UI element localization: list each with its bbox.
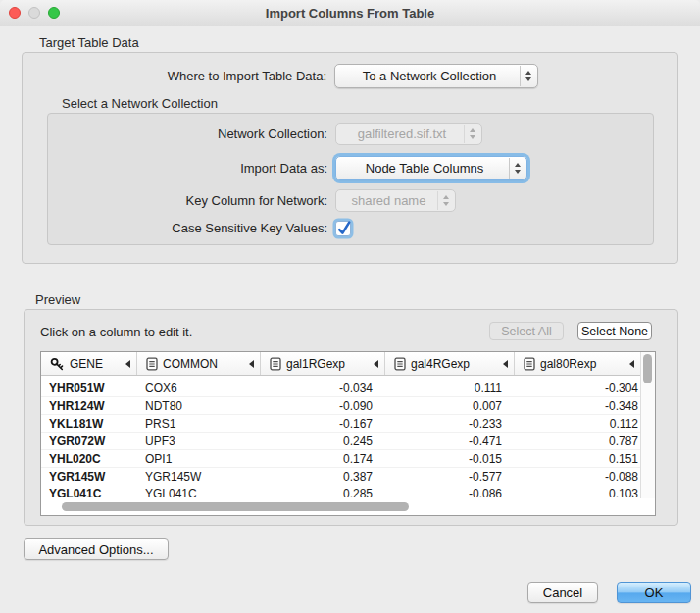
table-cell[interactable]: YGR145W xyxy=(41,470,137,484)
table-cell[interactable]: -0.577 xyxy=(385,470,515,484)
table-cell[interactable]: YHR124W xyxy=(41,399,137,413)
select-all-button: Select All xyxy=(489,322,564,340)
table-cell[interactable]: -0.304 xyxy=(515,382,640,395)
key-icon xyxy=(50,357,65,371)
import-data-as-value: Node Table Columns xyxy=(344,161,505,176)
table-cell[interactable]: -0.034 xyxy=(261,382,385,395)
table-row: YGR145WYGR145W0.387-0.577-0.088 xyxy=(41,468,640,485)
traffic-lights xyxy=(9,7,60,19)
table-cell[interactable]: 0.245 xyxy=(261,434,385,448)
column-collapse-icon xyxy=(629,360,634,368)
column-header-gal1RGexp[interactable]: gal1RGexp xyxy=(261,352,385,375)
table-cell[interactable]: NDT80 xyxy=(137,399,261,413)
document-icon xyxy=(146,357,158,371)
table-cell[interactable]: -0.086 xyxy=(385,487,515,498)
popup-stepper-icon xyxy=(509,158,525,179)
preview-label: Preview xyxy=(35,292,80,307)
table-cell[interactable]: 0.103 xyxy=(515,487,640,498)
minimize-button-disabled xyxy=(28,7,40,19)
table-cell[interactable]: 0.285 xyxy=(261,487,385,498)
where-to-import-label: Where to Import Table Data: xyxy=(23,64,326,88)
table-cell[interactable]: -0.167 xyxy=(261,417,385,431)
network-collection-label: Network Collection: xyxy=(48,123,327,145)
where-to-import-select[interactable]: To a Network Collection xyxy=(334,64,538,88)
table-cell[interactable]: -0.090 xyxy=(261,399,385,413)
column-collapse-icon xyxy=(249,360,254,368)
table-cell[interactable]: -0.015 xyxy=(385,452,515,466)
column-collapse-icon xyxy=(374,360,378,368)
column-collapse-icon xyxy=(503,360,508,368)
where-to-import-value: To a Network Collection xyxy=(343,69,516,83)
table-cell[interactable]: -0.233 xyxy=(385,417,515,431)
key-column-label: Key Column for Network: xyxy=(48,189,327,212)
import-data-as-label: Import Data as: xyxy=(48,156,327,180)
table-cell[interactable]: -0.088 xyxy=(515,470,640,484)
table-cell[interactable]: OPI1 xyxy=(137,452,261,466)
select-network-collection-label: Select a Network Collection xyxy=(62,96,218,111)
case-sensitive-checkbox[interactable] xyxy=(335,221,351,236)
table-row: YHL020COPI10.174-0.0150.151 xyxy=(41,450,640,468)
table-cell[interactable]: YGR145W xyxy=(137,470,261,484)
table-cell[interactable]: PRS1 xyxy=(137,417,261,431)
table-cell[interactable]: YGL041C xyxy=(137,487,261,498)
select-none-button[interactable]: Select None xyxy=(577,322,652,340)
column-header-gal4RGexp[interactable]: gal4RGexp xyxy=(385,352,515,375)
document-icon xyxy=(394,357,406,371)
title-bar: Import Columns From Table xyxy=(0,0,700,26)
target-table-data-groupbox: Where to Import Table Data: To a Network… xyxy=(22,52,678,264)
table-cell[interactable]: 0.387 xyxy=(261,470,385,484)
zoom-button[interactable] xyxy=(48,7,60,19)
vertical-scrollbar[interactable] xyxy=(640,352,655,498)
key-column-select: shared name xyxy=(335,189,456,212)
network-collection-value: galfiltered.sif.txt xyxy=(344,127,460,141)
table-cell[interactable]: 0.174 xyxy=(261,452,385,466)
advanced-options-button[interactable]: Advanced Options... xyxy=(24,538,169,560)
popup-stepper-icon xyxy=(520,66,536,86)
popup-stepper-icon xyxy=(464,125,480,143)
preview-table: GENECOMMONgal1RGexpgal4RGexpgal80Rexp YH… xyxy=(40,351,656,516)
table-cell[interactable]: 0.787 xyxy=(515,434,640,448)
table-cell[interactable]: YGL041C xyxy=(41,487,137,498)
table-body: YHR051WCOX6-0.0340.111-0.304YHR124WNDT80… xyxy=(41,377,640,497)
table-cell[interactable]: -0.471 xyxy=(385,434,515,448)
table-cell[interactable]: COX6 xyxy=(137,382,261,395)
key-column-value: shared name xyxy=(344,193,433,208)
preview-hint: Click on a column to edit it. xyxy=(40,325,192,339)
table-cell[interactable]: 0.112 xyxy=(515,417,640,431)
column-name: gal4RGexp xyxy=(411,357,499,371)
table-cell[interactable]: -0.348 xyxy=(515,399,640,413)
import-data-as-select[interactable]: Node Table Columns xyxy=(335,156,527,180)
cancel-button[interactable]: Cancel xyxy=(527,582,598,603)
table-cell[interactable]: YHR051W xyxy=(41,382,137,395)
table-cell[interactable]: YGR072W xyxy=(41,434,137,448)
window-title: Import Columns From Table xyxy=(266,6,434,21)
document-icon xyxy=(524,357,535,371)
column-header-GENE[interactable]: GENE xyxy=(41,352,137,375)
ok-button[interactable]: OK xyxy=(617,582,691,603)
case-sensitive-label: Case Sensitive Key Values: xyxy=(48,220,327,237)
column-header-gal80Rexp[interactable]: gal80Rexp xyxy=(515,352,640,375)
close-button[interactable] xyxy=(9,7,21,19)
column-name: GENE xyxy=(70,357,122,371)
table-cell[interactable]: YKL181W xyxy=(41,417,137,431)
table-header-row: GENECOMMONgal1RGexpgal4RGexpgal80Rexp xyxy=(41,352,640,376)
table-cell[interactable]: 0.151 xyxy=(515,452,640,466)
table-cell[interactable]: 0.111 xyxy=(385,382,515,395)
table-cell[interactable]: YHL020C xyxy=(41,452,137,466)
network-collection-select: galfiltered.sif.txt xyxy=(335,123,482,145)
column-name: COMMON xyxy=(163,357,245,371)
table-row: YHR051WCOX6-0.0340.111-0.304 xyxy=(41,380,640,397)
table-row: YKL181WPRS1-0.167-0.2330.112 xyxy=(41,415,640,433)
preview-groupbox: Click on a column to edit it. Select All… xyxy=(24,309,678,526)
horizontal-scrollbar[interactable] xyxy=(41,498,640,515)
horizontal-scrollbar-thumb[interactable] xyxy=(62,502,409,511)
table-row: YGL041CYGL041C0.285-0.0860.103 xyxy=(41,485,640,497)
target-table-data-label: Target Table Data xyxy=(39,35,139,50)
table-cell[interactable]: UPF3 xyxy=(137,434,261,448)
vertical-scrollbar-thumb[interactable] xyxy=(643,354,652,383)
table-cell[interactable]: 0.007 xyxy=(385,399,515,413)
popup-stepper-icon xyxy=(437,191,454,210)
column-collapse-icon xyxy=(125,360,130,368)
column-header-COMMON[interactable]: COMMON xyxy=(137,352,261,375)
column-name: gal1RGexp xyxy=(286,357,370,371)
